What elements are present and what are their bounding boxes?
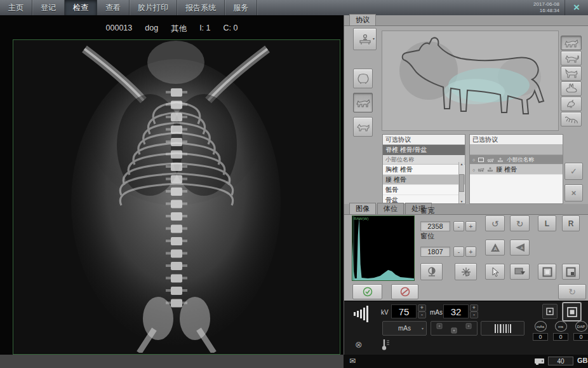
- tab-protocol[interactable]: 协议: [349, 14, 376, 25]
- mas-plus-button[interactable]: +: [470, 304, 478, 311]
- image-viewer: 000013 dog 其他 I: 1 C: 0: [0, 15, 344, 355]
- send-image-icon: [514, 267, 526, 276]
- menu-home[interactable]: 主页: [0, 0, 32, 15]
- focal-spot-large-button[interactable]: [563, 303, 581, 321]
- small-focus-icon: [546, 308, 554, 315]
- count-index: C: 0: [224, 24, 238, 34]
- accept-image-button[interactable]: [352, 284, 382, 299]
- exposure-mode-select[interactable]: mAs ▾: [382, 321, 427, 336]
- grid-density-indicator[interactable]: [481, 321, 525, 336]
- time-text: 16:48:34: [533, 8, 559, 14]
- selected-list-title: 已选协议: [470, 135, 563, 145]
- table-position-button[interactable]: ▾: [353, 28, 377, 50]
- barcode-lines-icon: [494, 324, 512, 334]
- menu-service[interactable]: 服务: [225, 0, 257, 15]
- menu-film-print[interactable]: 胶片打印: [130, 0, 177, 15]
- region-square-icon: [542, 267, 552, 277]
- body-type-small-button[interactable]: [353, 117, 373, 137]
- histogram-display[interactable]: RAW(W): [352, 215, 415, 281]
- available-column-header: 小部位名称: [383, 155, 465, 165]
- horse-icon: [564, 68, 579, 79]
- send-image-button[interactable]: [510, 264, 530, 280]
- species-bird-button[interactable]: [561, 97, 582, 111]
- list-item-selected[interactable]: 腰 椎骨: [383, 175, 465, 185]
- kv-plus-button[interactable]: +: [418, 304, 426, 311]
- window-level-value[interactable]: 1807: [420, 247, 450, 257]
- kv-spinner: + -: [418, 304, 426, 318]
- focal-spot-small-button[interactable]: [542, 304, 558, 319]
- species-rabbit-button[interactable]: [561, 81, 582, 96]
- circle-marker-icon: ○: [472, 158, 475, 162]
- xray-image[interactable]: [13, 39, 340, 355]
- tab-image[interactable]: 图像: [349, 203, 376, 214]
- species-reptile-button[interactable]: [561, 112, 582, 126]
- bird-icon: [564, 99, 579, 110]
- crop-region-button[interactable]: [538, 264, 556, 280]
- dropdown-caret-icon: ▾: [422, 326, 424, 331]
- patient-on-table-icon: [497, 158, 504, 163]
- kv-value-display[interactable]: 75: [391, 304, 417, 318]
- available-list-scrollbar[interactable]: ▲ ▼: [458, 162, 464, 203]
- tab-position[interactable]: 体位: [377, 203, 404, 214]
- species-dog-button[interactable]: [561, 36, 582, 50]
- datetime-display: 2017-06-08 16:48:34: [528, 0, 565, 15]
- accept-check-icon: [363, 287, 373, 297]
- window-level-minus-button[interactable]: -: [453, 247, 464, 257]
- window-width-plus-button[interactable]: +: [465, 221, 476, 231]
- body-type-medium-button[interactable]: [353, 93, 373, 112]
- circle-marker-icon: ○: [472, 168, 475, 172]
- save-image-button[interactable]: [562, 264, 580, 280]
- window-level-plus-button[interactable]: +: [465, 247, 476, 257]
- scroll-up-icon[interactable]: ▲: [460, 162, 464, 166]
- species-cat-button[interactable]: [561, 51, 582, 65]
- aec-chamber-selector[interactable]: [431, 321, 478, 336]
- message-envelope-icon[interactable]: ✉: [349, 357, 356, 365]
- dropdown-caret-icon: ▾: [373, 36, 375, 41]
- body-type-large-button[interactable]: [353, 69, 373, 88]
- anatomy-diagram[interactable]: [382, 31, 559, 131]
- storage-unit-label: GB: [577, 357, 588, 364]
- kv-minus-button[interactable]: -: [418, 311, 426, 318]
- rotate-left-button[interactable]: ↺: [485, 215, 505, 231]
- window-width-value[interactable]: 2358: [420, 221, 450, 231]
- pointer-tool-button[interactable]: [485, 264, 505, 280]
- menu-registration[interactable]: 登记: [32, 0, 65, 15]
- reset-button[interactable]: ↻: [558, 284, 586, 299]
- reject-image-button[interactable]: [391, 284, 418, 299]
- right-marker-button[interactable]: R: [562, 215, 580, 231]
- cassette-icon: [478, 158, 484, 162]
- mas-value-display[interactable]: 32: [443, 304, 469, 318]
- flip-vertical-icon: A: [490, 243, 500, 252]
- confirm-protocol-button[interactable]: ✓: [565, 163, 583, 180]
- flip-horizontal-button[interactable]: A: [510, 240, 530, 256]
- menu-report-system[interactable]: 报告系统: [177, 0, 225, 15]
- rotate-right-icon: ↻: [516, 219, 524, 228]
- rotate-right-button[interactable]: ↻: [510, 215, 530, 231]
- menu-examination[interactable]: 检查: [65, 0, 97, 15]
- mas-minus-button[interactable]: -: [470, 311, 478, 318]
- scroll-down-icon[interactable]: ▼: [460, 200, 464, 203]
- flip-vertical-button[interactable]: A: [485, 240, 505, 256]
- top-menu-bar: 主页 登记 检查 查看 胶片打印 报告系统 服务 2017-06-08 16:4…: [0, 0, 588, 15]
- window-width-minus-button[interactable]: -: [453, 221, 464, 231]
- selected-protocol-row[interactable]: ○ 腰 椎骨: [470, 165, 563, 175]
- available-category-row[interactable]: 脊椎 椎骨/骨盆: [383, 145, 465, 155]
- remove-protocol-button[interactable]: ×: [565, 184, 583, 201]
- scrollbar-thumb[interactable]: [459, 174, 464, 192]
- invert-contrast-button[interactable]: [420, 263, 443, 280]
- slim-dog-icon: [356, 121, 371, 133]
- species-horse-button[interactable]: [561, 66, 582, 81]
- xray-radiograph-graphic: [13, 40, 338, 353]
- list-item[interactable]: 胸椎 椎骨: [383, 165, 465, 175]
- image-effects-button[interactable]: [455, 263, 477, 280]
- large-focus-icon: [567, 307, 577, 317]
- close-button[interactable]: ×: [565, 0, 588, 15]
- mas-meter-value: 0: [533, 333, 548, 341]
- list-item[interactable]: 骶骨: [383, 185, 465, 195]
- patient-info-bar: 000013 dog 其他 I: 1 C: 0: [0, 24, 344, 34]
- histogram-graphic: [352, 216, 414, 280]
- exposure-disabled-icon: ⊗: [355, 339, 363, 350]
- left-marker-button[interactable]: L: [538, 215, 556, 231]
- storage-device-icon: [534, 357, 545, 365]
- menu-view[interactable]: 查看: [97, 0, 130, 15]
